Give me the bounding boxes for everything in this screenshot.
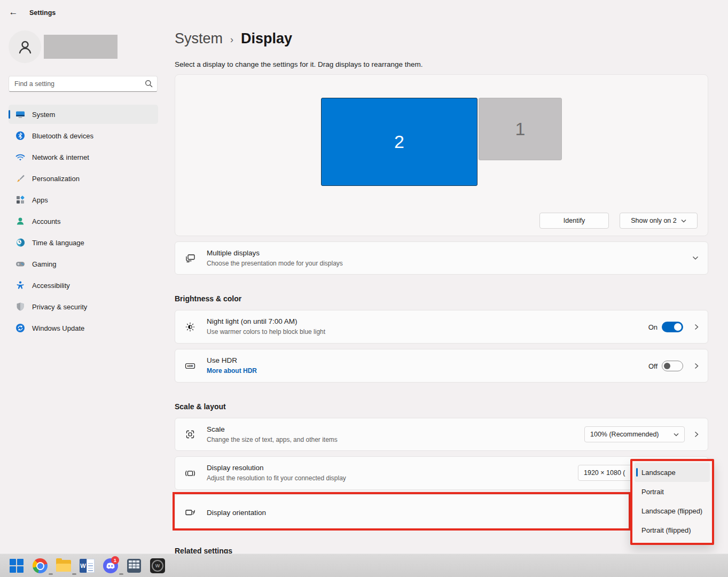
bluetooth-icon bbox=[15, 130, 26, 141]
system-icon bbox=[15, 109, 26, 120]
chevron-right-icon[interactable] bbox=[694, 363, 699, 369]
taskbar-world-of-tanks-icon[interactable]: W bbox=[147, 557, 168, 575]
taskbar-chrome-icon[interactable] bbox=[29, 557, 51, 575]
back-button[interactable]: ← bbox=[6, 5, 20, 19]
row-title: Night light (on until 7:00 AM) bbox=[207, 317, 298, 325]
user-name-redacted bbox=[44, 35, 118, 59]
breadcrumb: System › Display bbox=[175, 30, 292, 47]
display-orientation-row[interactable]: Display orientation bbox=[175, 494, 708, 530]
sidebar-item-system[interactable]: System bbox=[9, 105, 158, 124]
sidebar-item-accessibility[interactable]: Accessibility bbox=[9, 276, 158, 295]
orientation-option-landscape[interactable]: Landscape bbox=[635, 463, 710, 482]
show-only-dropdown[interactable]: Show only on 2 bbox=[620, 213, 698, 229]
taskbar-file-explorer-icon[interactable] bbox=[53, 557, 74, 575]
night-light-row[interactable]: Night light (on until 7:00 AM) Use warme… bbox=[175, 310, 708, 344]
shield-icon bbox=[15, 301, 26, 312]
option-label: Portrait (flipped) bbox=[641, 526, 691, 534]
update-icon bbox=[15, 323, 26, 333]
sidebar-item-gaming[interactable]: Gaming bbox=[9, 254, 158, 274]
orientation-option-portrait[interactable]: Portrait bbox=[635, 482, 710, 501]
sidebar-item-label: Personalization bbox=[32, 175, 80, 183]
night-light-state: On bbox=[648, 323, 657, 331]
search-icon[interactable] bbox=[145, 80, 153, 88]
scale-dropdown[interactable]: 100% (Recommended) bbox=[584, 426, 685, 442]
more-about-hdr-link[interactable]: More about HDR bbox=[207, 367, 257, 375]
sidebar-item-time-language[interactable]: Time & language bbox=[9, 233, 158, 252]
person-icon bbox=[16, 38, 34, 56]
monitor-1[interactable]: 1 bbox=[479, 98, 562, 160]
sidebar-item-network-internet[interactable]: Network & internet bbox=[9, 147, 158, 167]
display-orientation-icon bbox=[184, 506, 196, 518]
row-title: Display resolution bbox=[207, 464, 264, 472]
hdr-toggle[interactable] bbox=[662, 361, 683, 371]
row-title: Use HDR bbox=[207, 356, 237, 364]
selected-accent-bar bbox=[9, 110, 10, 119]
monitor-1-label: 1 bbox=[515, 119, 526, 139]
settings-window: ← Settings System bbox=[0, 0, 728, 577]
taskbar-word-icon[interactable]: W bbox=[76, 557, 98, 575]
night-light-toggle[interactable] bbox=[662, 322, 683, 332]
sidebar-item-personalization[interactable]: Personalization bbox=[9, 169, 158, 188]
calculator-icon bbox=[127, 559, 141, 573]
night-light-icon bbox=[184, 321, 196, 333]
sidebar-item-label: Privacy & security bbox=[32, 303, 87, 311]
start-button[interactable] bbox=[6, 557, 27, 575]
chevron-down-icon[interactable] bbox=[692, 256, 699, 260]
multiple-displays-row[interactable]: Multiple displays Choose the presentatio… bbox=[175, 241, 708, 275]
orientation-option-portrait-flipped[interactable]: Portrait (flipped) bbox=[635, 520, 710, 540]
back-arrow-icon: ← bbox=[9, 7, 18, 18]
folder-icon bbox=[56, 560, 71, 572]
page-title: Display bbox=[241, 30, 292, 47]
scale-row[interactable]: Scale Change the size of text, apps, and… bbox=[175, 418, 708, 451]
identify-button[interactable]: Identify bbox=[539, 213, 609, 229]
chevron-right-icon[interactable] bbox=[694, 431, 699, 438]
sidebar-item-label: Accessibility bbox=[32, 282, 70, 290]
resolution-value: 1920 × 1080 ( bbox=[584, 469, 625, 477]
row-title: Display orientation bbox=[207, 508, 266, 516]
display-arrangement-canvas: 2 1 Identify Show only on 2 bbox=[175, 74, 708, 236]
sidebar-item-privacy-security[interactable]: Privacy & security bbox=[9, 297, 158, 316]
show-only-label: Show only on 2 bbox=[631, 217, 676, 224]
orientation-dropdown-menu: Landscape Portrait Landscape (flipped) P… bbox=[630, 459, 714, 545]
monitor-2[interactable]: 2 bbox=[321, 98, 477, 186]
orientation-option-landscape-flipped[interactable]: Landscape (flipped) bbox=[635, 501, 710, 520]
sidebar-item-label: Apps bbox=[32, 196, 48, 204]
display-resolution-row[interactable]: Display resolution Adjust the resolution… bbox=[175, 456, 708, 490]
toggle-knob bbox=[664, 363, 670, 369]
display-resolution-icon bbox=[184, 467, 196, 479]
sidebar-item-bluetooth-devices[interactable]: Bluetooth & devices bbox=[9, 126, 158, 145]
section-brightness-color: Brightness & color bbox=[175, 294, 241, 303]
monitor-2-label: 2 bbox=[394, 131, 404, 152]
sidebar-item-windows-update[interactable]: Windows Update bbox=[9, 318, 158, 338]
use-hdr-row[interactable]: HDR Use HDR More about HDR Off bbox=[175, 349, 708, 383]
breadcrumb-system[interactable]: System bbox=[175, 30, 223, 47]
accounts-icon bbox=[15, 216, 26, 227]
display-intro-text: Select a display to change the settings … bbox=[175, 60, 423, 68]
sidebar-item-accounts[interactable]: Accounts bbox=[9, 212, 158, 231]
running-indicator bbox=[119, 573, 123, 575]
section-scale-layout: Scale & layout bbox=[175, 402, 226, 411]
time-language-icon bbox=[15, 237, 26, 248]
taskbar: W 1 W bbox=[0, 553, 728, 577]
window-title: Settings bbox=[29, 9, 56, 17]
wifi-icon bbox=[15, 152, 26, 162]
word-icon: W bbox=[80, 559, 95, 573]
svg-text:HDR: HDR bbox=[187, 364, 193, 368]
taskbar-calculator-icon[interactable] bbox=[123, 557, 145, 575]
taskbar-discord-icon[interactable]: 1 bbox=[100, 557, 121, 575]
discord-icon: 1 bbox=[103, 558, 118, 573]
sidebar-item-apps[interactable]: Apps bbox=[9, 190, 158, 209]
scale-icon bbox=[184, 428, 196, 440]
search-input[interactable] bbox=[9, 76, 158, 92]
windows-logo-icon bbox=[10, 559, 24, 573]
breadcrumb-separator-icon: › bbox=[230, 33, 233, 45]
scale-value: 100% (Recommended) bbox=[590, 431, 659, 438]
brush-icon bbox=[15, 173, 26, 184]
chrome-icon bbox=[33, 558, 48, 573]
avatar[interactable] bbox=[9, 30, 41, 63]
row-title: Multiple displays bbox=[207, 249, 260, 257]
multiple-displays-icon bbox=[184, 252, 196, 264]
option-label: Landscape bbox=[641, 469, 676, 477]
row-title: Scale bbox=[207, 425, 225, 433]
chevron-right-icon[interactable] bbox=[694, 324, 699, 330]
